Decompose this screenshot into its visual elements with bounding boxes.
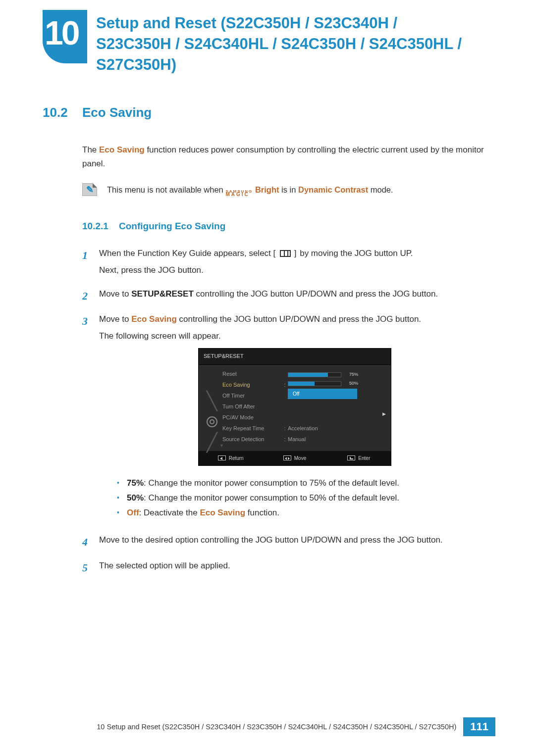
osd-item-key-repeat-time[interactable]: Key Repeat Time : Acceleration [222, 423, 385, 434]
osd-footer-move[interactable]: Move [263, 454, 326, 463]
text: by moving the JOG button UP. [300, 249, 413, 258]
progress-fill [288, 382, 315, 386]
osd-item-source-detection[interactable]: Source Detection : Manual [222, 434, 385, 445]
step-body: Move to SETUP&RESET controlling the JOG … [99, 287, 488, 305]
osd-footer-label: Move [294, 454, 306, 463]
osd-colon: : [282, 380, 288, 390]
fold-corner-icon [93, 183, 97, 188]
text: Move to [99, 289, 131, 299]
osd-colon: : [282, 424, 288, 433]
eco-percent-label: 50% [343, 380, 358, 388]
step-number: 3 [82, 312, 99, 526]
list-item: 50%: Change the monitor power consumptio… [117, 491, 488, 505]
text: : Change the monitor power consumption t… [144, 478, 399, 488]
step-body: Move to Eco Saving controlling the JOG b… [99, 312, 488, 526]
osd-footer: Return Move Enter [199, 451, 391, 466]
text: function. [245, 508, 279, 517]
eco-option-75[interactable]: 75% [288, 371, 385, 379]
step-2: 2 Move to SETUP&RESET controlling the JO… [82, 287, 488, 305]
chapter-number-badge: 10 [43, 10, 87, 63]
text: is in [279, 185, 298, 194]
step-5: 5 The selected option will be applied. [82, 558, 488, 577]
osd-panel: SETUP&RESET ╲ ╱ Reset [198, 348, 391, 466]
osd-colon: : [282, 435, 288, 444]
osd-value: Manual [288, 435, 385, 444]
keyword-setup-reset: SETUP&RESET [131, 289, 194, 299]
chevron-right-icon[interactable]: ▶ [382, 410, 386, 418]
subsection-number: 10.2.1 [82, 218, 119, 234]
section-number: 10.2 [43, 105, 82, 120]
text: : Change the monitor power consumption t… [144, 493, 399, 503]
osd-screenshot: SETUP&RESET ╲ ╱ Reset [198, 348, 488, 466]
text: When the Function Key Guide appears, sel… [99, 249, 273, 258]
section-title: Eco Saving [82, 105, 152, 120]
text: mode. [368, 185, 393, 194]
step-number: 2 [82, 287, 99, 305]
keyword-50: 50% [127, 493, 144, 503]
osd-label: Eco Saving [222, 380, 282, 390]
section-intro: The Eco Saving function reduces power co… [82, 143, 488, 172]
keyword-eco-saving: Eco Saving [99, 145, 145, 154]
osd-item-turn-off-after[interactable]: Turn Off After [222, 402, 385, 412]
step-number: 4 [82, 533, 99, 551]
subsection-heading: 10.2.1 Configuring Eco Saving [82, 218, 488, 234]
subsection-title: Configuring Eco Saving [119, 218, 225, 234]
eco-percent-label: 75% [343, 371, 358, 379]
osd-label: Key Repeat Time [222, 424, 282, 433]
keyword-75: 75% [127, 478, 144, 488]
curve-bottom-icon: ╱ [207, 438, 217, 447]
keyword-eco-saving: Eco Saving [131, 314, 177, 324]
enter-icon [347, 455, 355, 460]
note: ✎ This menu is not available when SAMSUN… [82, 183, 488, 196]
menu-icon-bracket: [ ] [273, 249, 298, 258]
keyword-dynamic-contrast: Dynamic Contrast [298, 185, 368, 194]
osd-item-pcav-mode[interactable]: PC/AV Mode [222, 412, 385, 423]
osd-footer-label: Return [229, 454, 244, 463]
osd-label: Source Detection [222, 435, 282, 444]
text: Move to [99, 314, 131, 324]
step-number: 5 [82, 558, 99, 577]
osd-menu-list: Reset Eco Saving : [219, 369, 385, 447]
note-text: This menu is not available when SAMSUNG … [107, 183, 393, 196]
eco-explain-list: 75%: Change the monitor power consumptio… [117, 476, 488, 520]
step-number: 1 [82, 246, 99, 280]
eco-option-50[interactable]: 50% [288, 380, 385, 388]
menu-icon [280, 250, 291, 257]
osd-title: SETUP&RESET [199, 349, 391, 364]
list-item: Off: Deactivate the Eco Saving function. [117, 505, 488, 520]
progress-bar [288, 372, 341, 377]
text: Next, press the JOG button. [99, 263, 488, 278]
osd-label: Turn Off After [222, 402, 282, 411]
move-icon [283, 455, 291, 460]
osd-footer-return[interactable]: Return [199, 454, 263, 463]
page: 10 Setup and Reset (S22C350H / S23C340H … [0, 0, 535, 756]
step-1: 1 When the Function Key Guide appears, s… [82, 246, 488, 280]
page-number: 111 [463, 717, 495, 736]
step-body: Move to the desired option controlling t… [99, 533, 488, 551]
section-heading: 10.2 Eco Saving [43, 105, 495, 120]
osd-label: PC/AV Mode [222, 413, 282, 422]
return-icon [218, 455, 226, 460]
step-body: The selected option will be applied. [99, 558, 488, 577]
chevron-down-icon[interactable]: ▼ [219, 442, 224, 450]
osd-body: ╲ ╱ Reset Eco Saving [199, 365, 391, 451]
text: The [82, 145, 99, 154]
osd-footer-label: Enter [358, 454, 370, 463]
osd-label: Reset [222, 369, 282, 379]
osd-label: Off Timer [222, 391, 282, 401]
gear-icon [207, 416, 217, 427]
samsung-magic-logo: SAMSUNG MAGIC [225, 191, 253, 196]
text: This menu is not available when [107, 185, 225, 194]
chapter-title: Setup and Reset (S22C350H / S23C340H / S… [96, 13, 473, 75]
osd-value: Acceleration [288, 424, 385, 433]
keyword-eco-saving: Eco Saving [200, 508, 245, 517]
text: controlling the JOG button UP/DOWN and p… [177, 314, 421, 324]
brand-bottom: MAGIC [225, 193, 253, 196]
eco-option-off[interactable]: Off [288, 389, 357, 400]
osd-footer-enter[interactable]: Enter [327, 454, 391, 463]
osd-item-eco-saving[interactable]: Eco Saving : 75% [222, 380, 385, 391]
chapter-header: 10 Setup and Reset (S22C350H / S23C340H … [43, 10, 495, 75]
step-body: When the Function Key Guide appears, sel… [99, 246, 488, 280]
steps-list: 1 When the Function Key Guide appears, s… [82, 246, 488, 577]
step-4: 4 Move to the desired option controlling… [82, 533, 488, 551]
